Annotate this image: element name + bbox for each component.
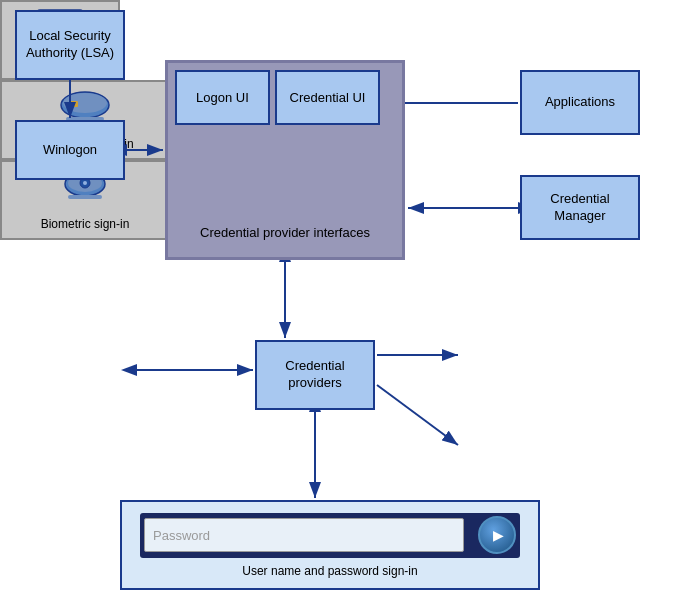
svg-point-17: [63, 93, 107, 113]
svg-rect-18: [70, 101, 78, 107]
applications-label: Applications: [545, 94, 615, 111]
svg-line-9: [377, 385, 458, 445]
credential-providers-label: Credential providers: [261, 358, 369, 392]
lsa-box: Local Security Authority (LSA): [15, 10, 125, 80]
cpi-text: Credential provider interfaces: [200, 225, 370, 240]
cpi-label: Credential provider interfaces: [165, 205, 405, 260]
password-inner: Password: [140, 513, 520, 558]
svg-rect-24: [68, 195, 102, 199]
credential-ui-box: Credential UI: [275, 70, 380, 125]
password-signin-label: User name and password sign-in: [242, 564, 417, 578]
biometric-label: Biometric sign-in: [41, 217, 130, 231]
winlogon-label: Winlogon: [43, 142, 97, 159]
credential-providers-box: Credential providers: [255, 340, 375, 410]
svg-point-23: [83, 181, 87, 185]
logon-ui-box: Logon UI: [175, 70, 270, 125]
lsa-label: Local Security Authority (LSA): [21, 28, 119, 62]
password-placeholder: Password: [153, 528, 210, 543]
logon-ui-label: Logon UI: [196, 90, 249, 105]
password-input[interactable]: Password: [144, 518, 464, 552]
credential-ui-label: Credential UI: [290, 90, 366, 105]
password-submit-button[interactable]: [478, 516, 516, 554]
password-signin-container: Password User name and password sign-in: [120, 500, 540, 590]
applications-box: Applications: [520, 70, 640, 135]
winlogon-box: Winlogon: [15, 120, 125, 180]
diagram: Local Security Authority (LSA) Winlogon …: [0, 0, 675, 607]
credential-manager-box: Credential Manager: [520, 175, 640, 240]
credential-manager-label: Credential Manager: [526, 191, 634, 225]
